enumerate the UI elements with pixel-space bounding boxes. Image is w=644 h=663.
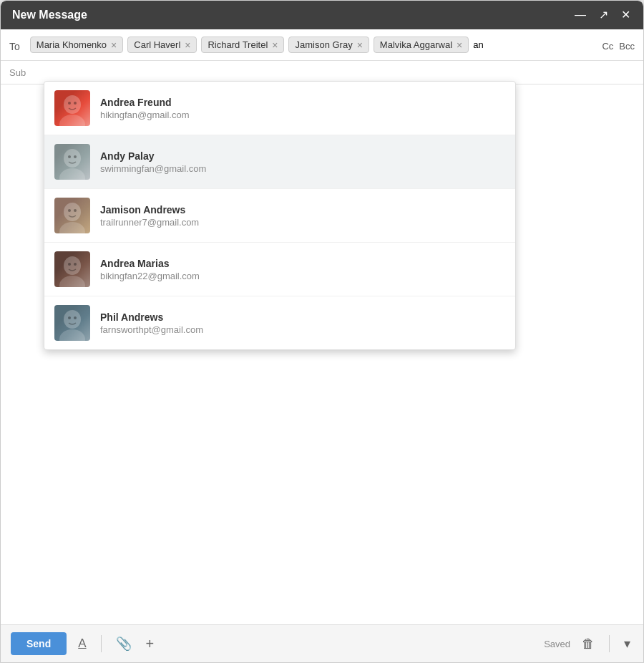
svg-point-15 (74, 263, 77, 266)
minimize-button[interactable]: — (573, 8, 587, 22)
cc-link[interactable]: Cc (602, 41, 613, 52)
chip-remove-button[interactable]: × (272, 40, 278, 50)
expand-button[interactable]: ↗ (597, 8, 610, 22)
to-row: To Maria Khomenko×Carl Haverl×Richard Tr… (1, 29, 643, 61)
compose-window: New Message — ↗ ✕ To Maria Khomenko×Carl… (0, 0, 644, 663)
contact-name: Phil Andrews (100, 311, 203, 323)
title-bar-controls: — ↗ ✕ (573, 8, 632, 22)
delete-button[interactable]: 🗑 (579, 634, 597, 654)
contact-info: Phil Andrewsfarnsworthpt@gmail.com (100, 311, 203, 335)
recipient-chip: Carl Haverl× (127, 37, 197, 53)
autocomplete-item[interactable]: Jamison Andrewstrailrunner7@gmail.com (44, 189, 515, 243)
trash-icon: 🗑 (582, 637, 595, 651)
chip-remove-button[interactable]: × (357, 40, 363, 50)
toolbar-separator-1 (101, 635, 102, 652)
contact-name: Andrea Marias (100, 258, 200, 269)
contact-email: farnsworthpt@gmail.com (100, 324, 203, 335)
svg-point-12 (64, 256, 81, 275)
recipient-chip: Malvika Aggarwal× (374, 37, 469, 53)
svg-point-18 (68, 316, 71, 319)
svg-point-17 (59, 329, 85, 341)
autocomplete-item[interactable]: Andy Palayswimmingfan@gmail.com (44, 135, 515, 189)
svg-point-11 (74, 209, 77, 212)
saved-status: Saved (544, 639, 570, 649)
contact-name: Jamison Andrews (100, 204, 199, 216)
attach-button[interactable]: 📎 (113, 633, 135, 654)
autocomplete-item[interactable]: Phil Andrewsfarnsworthpt@gmail.com (44, 296, 515, 349)
contact-name: Andy Palay (100, 150, 206, 162)
chip-label: Maria Khomenko (36, 39, 107, 50)
svg-point-14 (68, 263, 71, 266)
contact-info: Andrea Freundhikingfan@gmail.com (100, 97, 189, 120)
chip-label: Jamison Gray (295, 39, 352, 50)
contact-avatar (54, 305, 90, 341)
recipient-chip: Richard Treitel× (201, 37, 284, 53)
recipient-chip: Maria Khomenko× (30, 37, 123, 53)
svg-point-7 (74, 155, 77, 158)
chip-remove-button[interactable]: × (185, 40, 190, 50)
font-icon: A (78, 637, 86, 651)
svg-point-1 (59, 115, 85, 126)
svg-point-8 (64, 203, 81, 221)
chip-remove-button[interactable]: × (457, 40, 462, 50)
contact-info: Andy Palayswimmingfan@gmail.com (100, 150, 206, 174)
contact-email: swimmingfan@gmail.com (100, 163, 206, 174)
chevron-down-icon: ▾ (624, 637, 630, 651)
compose-body: To Maria Khomenko×Carl Haverl×Richard Tr… (1, 29, 643, 624)
to-input[interactable] (473, 37, 516, 53)
svg-point-10 (68, 209, 71, 212)
svg-point-3 (74, 102, 77, 105)
cc-bcc-container: Cc Bcc (602, 37, 635, 52)
svg-point-13 (59, 276, 85, 287)
window-title: New Message (12, 9, 87, 21)
contact-email: hikingfan@gmail.com (100, 110, 189, 120)
plus-icon: + (146, 636, 155, 652)
send-button[interactable]: Send (11, 632, 67, 655)
more-options-button[interactable]: ▾ (621, 633, 633, 654)
subject-input[interactable] (31, 67, 635, 78)
contact-email: bikingfan22@gmail.com (100, 271, 200, 281)
recipient-chip: Jamison Gray× (288, 37, 369, 53)
chip-remove-button[interactable]: × (111, 40, 117, 50)
paperclip-icon: 📎 (116, 636, 132, 652)
contact-avatar (54, 251, 90, 287)
svg-point-2 (68, 102, 71, 105)
svg-point-9 (59, 222, 85, 233)
contact-info: Andrea Mariasbikingfan22@gmail.com (100, 258, 200, 281)
autocomplete-dropdown: Andrea Freundhikingfan@gmail.com Andy Pa… (44, 81, 516, 350)
contact-email: trailrunner7@gmail.com (100, 217, 199, 228)
to-label: To (9, 37, 26, 52)
chip-label: Carl Haverl (134, 39, 180, 50)
toolbar-separator-2 (609, 635, 610, 652)
svg-point-19 (74, 316, 77, 319)
contact-avatar (54, 90, 90, 126)
svg-point-6 (68, 155, 71, 158)
chip-label: Richard Treitel (208, 39, 268, 50)
chip-label: Malvika Aggarwal (380, 39, 452, 50)
font-format-button[interactable]: A (75, 634, 89, 654)
autocomplete-item[interactable]: Andrea Freundhikingfan@gmail.com (44, 82, 515, 135)
autocomplete-item[interactable]: Andrea Mariasbikingfan22@gmail.com (44, 243, 515, 296)
contact-info: Jamison Andrewstrailrunner7@gmail.com (100, 204, 199, 228)
contact-name: Andrea Freund (100, 97, 189, 108)
contact-avatar (54, 144, 90, 180)
bcc-link[interactable]: Bcc (619, 41, 635, 52)
footer-toolbar: Send A 📎 + Saved 🗑 ▾ (1, 624, 643, 662)
close-button[interactable]: ✕ (620, 8, 632, 22)
title-bar: New Message — ↗ ✕ (1, 1, 643, 29)
svg-point-5 (59, 168, 85, 180)
svg-point-16 (64, 310, 81, 329)
insert-button[interactable]: + (143, 633, 157, 655)
subject-label: Sub (9, 67, 26, 78)
svg-point-4 (64, 149, 81, 168)
chips-container: Maria Khomenko×Carl Haverl×Richard Treit… (30, 37, 598, 53)
contact-avatar (54, 198, 90, 233)
svg-point-0 (64, 95, 81, 114)
